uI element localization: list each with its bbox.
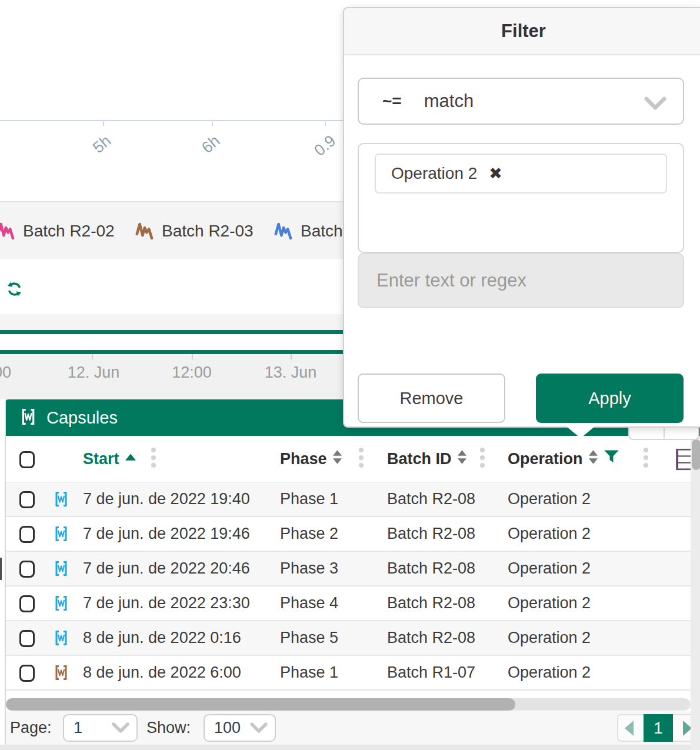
select-all-checkbox[interactable] xyxy=(19,451,35,468)
row-checkbox[interactable] xyxy=(19,561,35,578)
timebar-tick xyxy=(192,354,193,359)
cell-operation: Operation 2 xyxy=(508,517,591,551)
vertical-scrollbar-thumb[interactable] xyxy=(692,439,700,470)
sort-icon xyxy=(589,450,598,468)
column-menu-icon[interactable] xyxy=(480,448,485,468)
panel-title: Capsules xyxy=(46,408,118,428)
cell-operation: Operation 2 xyxy=(508,586,591,620)
input-placeholder: Enter text or regex xyxy=(376,270,526,291)
cell-batch-id: Batch R2-08 xyxy=(387,586,475,620)
clipped-edge-element xyxy=(0,558,2,580)
table-row[interactable]: 8 de jun. de 2022 0:16 Phase 5 Batch R2-… xyxy=(6,621,691,656)
column-label: Batch ID xyxy=(387,450,452,468)
legend-item[interactable]: Batch R2-03 xyxy=(135,202,254,260)
column-menu-icon[interactable] xyxy=(644,448,648,468)
capsules-table-body: 7 de jun. de 2022 19:40 Phase 1 Batch R2… xyxy=(6,482,691,691)
cell-start: 8 de jun. de 2022 0:16 xyxy=(83,621,241,655)
filter-icon[interactable] xyxy=(604,449,619,468)
cell-batch-id: Batch R2-08 xyxy=(387,552,475,585)
operator-name: match xyxy=(424,91,474,112)
capsule-icon xyxy=(21,408,36,428)
cell-start: 7 de jun. de 2022 23:30 xyxy=(83,586,250,620)
x-axis-tick xyxy=(325,121,326,126)
row-checkbox[interactable] xyxy=(19,526,35,543)
column-label: Phase xyxy=(280,450,327,468)
row-checkbox[interactable] xyxy=(19,491,35,508)
current-page-button[interactable]: 1 xyxy=(644,714,673,742)
page-select[interactable]: 1 xyxy=(63,714,138,742)
column-header-operation[interactable]: Operation xyxy=(508,436,619,482)
cell-start: 7 de jun. de 2022 19:46 xyxy=(83,517,250,551)
chip-label: Operation 2 xyxy=(391,164,477,183)
page-navigator: 1 xyxy=(617,714,699,742)
chevron-down-icon xyxy=(644,96,666,112)
close-icon[interactable]: ✖ xyxy=(489,164,502,183)
capsules-panel: Capsules Start Phase xyxy=(5,399,700,745)
timebar-tick xyxy=(92,354,93,359)
cell-phase: Phase 4 xyxy=(280,586,338,620)
cell-phase: Phase 1 xyxy=(280,482,338,516)
chevron-down-icon xyxy=(250,719,268,737)
cell-start: 7 de jun. de 2022 19:40 xyxy=(83,482,250,516)
cell-start: 8 de jun. de 2022 6:00 xyxy=(83,656,241,689)
cell-batch-id: Batch R1-07 xyxy=(387,656,475,689)
sort-icon xyxy=(458,450,466,468)
apply-button[interactable]: Apply xyxy=(536,374,684,423)
row-checkbox[interactable] xyxy=(19,630,35,647)
show-select[interactable]: 100 xyxy=(204,714,276,742)
horizontal-scrollbar-thumb[interactable] xyxy=(6,698,515,711)
column-menu-icon[interactable] xyxy=(359,448,364,468)
bottom-toolbar-edge xyxy=(0,745,700,750)
column-label: Operation xyxy=(508,450,583,468)
regex-text-input[interactable]: Enter text or regex xyxy=(358,253,684,308)
column-header-batch-id[interactable]: Batch ID xyxy=(387,436,466,482)
sort-icon xyxy=(333,450,342,468)
cell-operation: Operation 2 xyxy=(508,656,591,689)
timebar-label: 12:00 xyxy=(172,364,212,382)
cell-batch-id: Batch R2-08 xyxy=(387,621,475,655)
cell-batch-id: Batch R2-08 xyxy=(387,482,475,516)
x-axis-tick xyxy=(103,121,104,126)
capsule-icon xyxy=(54,560,68,579)
legend-label: Batch R2-02 xyxy=(23,222,115,241)
legend-item[interactable]: Batch xyxy=(274,202,343,260)
capsule-icon xyxy=(54,525,68,545)
filter-value-chip: Operation 2 ✖ xyxy=(375,154,667,194)
filter-popup: Filter ~= match Operation 2 ✖ Enter text… xyxy=(343,7,700,428)
x-axis-tick xyxy=(212,121,213,126)
capsule-icon xyxy=(54,664,68,684)
capsule-icon xyxy=(54,595,68,614)
capsules-table-header: Start Phase Batch ID Op xyxy=(6,436,700,483)
remove-button[interactable]: Remove xyxy=(358,374,505,423)
column-label: Start xyxy=(83,450,119,468)
vertical-scrollbar[interactable] xyxy=(691,436,700,750)
sort-asc-icon xyxy=(125,446,136,465)
show-select-value: 100 xyxy=(214,719,241,737)
popup-caret xyxy=(566,426,595,438)
filter-popup-title: Filter xyxy=(344,8,700,55)
legend-label: Batch xyxy=(301,222,343,241)
column-menu-icon[interactable] xyxy=(151,448,156,468)
refresh-icon[interactable] xyxy=(6,281,22,299)
table-row[interactable]: 8 de jun. de 2022 6:00 Phase 1 Batch R1-… xyxy=(6,656,691,691)
row-checkbox[interactable] xyxy=(19,665,35,682)
row-checkbox[interactable] xyxy=(19,595,35,612)
capsule-icon xyxy=(54,491,68,510)
table-row[interactable]: 7 de jun. de 2022 23:30 Phase 4 Batch R2… xyxy=(6,586,691,621)
timebar-label: 13. Jun xyxy=(265,364,317,382)
table-row[interactable]: 7 de jun. de 2022 20:46 Phase 3 Batch R2… xyxy=(6,552,691,586)
column-header-phase[interactable]: Phase xyxy=(280,436,342,482)
cell-phase: Phase 1 xyxy=(280,656,338,689)
table-row[interactable]: 7 de jun. de 2022 19:40 Phase 1 Batch R2… xyxy=(6,482,691,517)
legend-label: Batch R2-03 xyxy=(162,222,254,241)
x-axis-label: 0.9 xyxy=(301,132,339,168)
legend-item[interactable]: Batch R2-02 xyxy=(0,202,115,260)
filter-values-box[interactable]: Operation 2 ✖ xyxy=(358,143,684,253)
horizontal-scrollbar[interactable] xyxy=(6,698,691,711)
chevron-down-icon xyxy=(112,719,129,737)
table-row[interactable]: 7 de jun. de 2022 19:46 Phase 2 Batch R2… xyxy=(6,517,691,552)
prev-page-icon[interactable] xyxy=(625,721,634,736)
x-axis-label: 6h xyxy=(185,132,224,168)
column-header-start[interactable]: Start xyxy=(83,436,136,482)
operator-select[interactable]: ~= match xyxy=(358,78,684,125)
